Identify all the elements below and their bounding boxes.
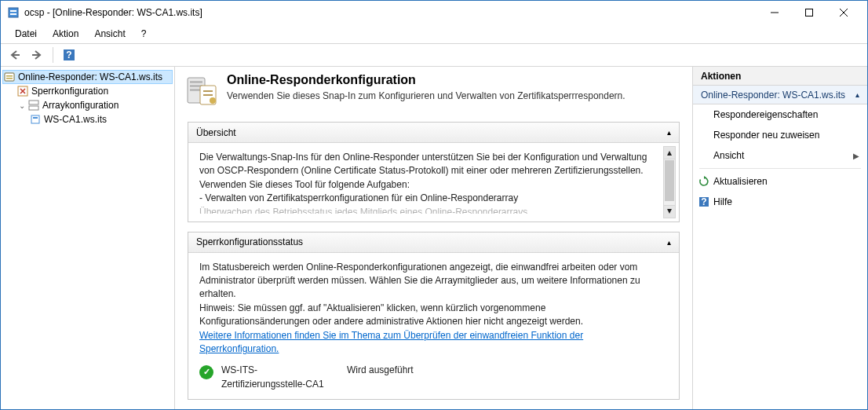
revocation-text-1: Im Statusbereich werden Online-Responder… bbox=[199, 261, 657, 302]
help-icon: ? bbox=[698, 196, 710, 208]
action-view-submenu[interactable]: Ansicht ▶ bbox=[693, 145, 867, 166]
overview-panel-body: Die Verwaltungs-Snap-Ins für den Online-… bbox=[188, 143, 679, 221]
center-pane: Online-Responderkonfiguration Verwenden … bbox=[175, 67, 693, 409]
window-title: ocsp - [Online-Responder: WS-CA1.ws.its] bbox=[24, 7, 757, 18]
window-titlebar: ocsp - [Online-Responder: WS-CA1.ws.its] bbox=[1, 1, 867, 24]
minimize-button[interactable] bbox=[757, 2, 792, 24]
responder-large-icon bbox=[184, 73, 219, 108]
toolbar-separator bbox=[53, 47, 53, 63]
collapse-icon: ▴ bbox=[667, 128, 671, 137]
overview-panel: Übersicht ▴ Die Verwaltungs-Snap-Ins für… bbox=[188, 122, 680, 222]
action-label: Ansicht bbox=[713, 150, 744, 161]
revocation-title: Sperrkonfigurationsstatus bbox=[196, 236, 303, 247]
svg-rect-17 bbox=[31, 115, 39, 123]
help-toolbar-button[interactable]: ? bbox=[60, 46, 78, 64]
responder-icon bbox=[3, 71, 16, 83]
scroll-down-icon[interactable]: ▾ bbox=[664, 205, 675, 218]
tree-array-member[interactable]: WS-CA1.ws.its bbox=[2, 112, 173, 126]
revocation-status-panel: Sperrkonfigurationsstatus ▴ Im Statusber… bbox=[188, 232, 680, 401]
svg-rect-0 bbox=[9, 8, 18, 17]
revocation-config-icon bbox=[16, 85, 29, 97]
svg-rect-13 bbox=[6, 78, 13, 79]
action-refresh[interactable]: Aktualisieren bbox=[693, 171, 867, 192]
svg-rect-24 bbox=[203, 90, 213, 92]
center-title: Online-Responderkonfiguration bbox=[227, 73, 625, 87]
status-ok-icon: ✓ bbox=[199, 365, 213, 379]
collapse-icon: ▴ bbox=[667, 238, 671, 247]
overview-text-1: Die Verwaltungs-Snap-Ins für den Online-… bbox=[199, 151, 657, 178]
close-button[interactable] bbox=[826, 2, 861, 24]
menu-action[interactable]: Aktion bbox=[46, 27, 85, 41]
svg-rect-20 bbox=[190, 81, 202, 83]
tree-sperrkonfiguration[interactable]: Sperrkonfiguration bbox=[2, 84, 173, 98]
menu-bar: Datei Aktion Ansicht ? bbox=[1, 24, 867, 43]
tree-sperrkonfiguration-label: Sperrkonfiguration bbox=[31, 86, 108, 97]
center-header: Online-Responderkonfiguration Verwenden … bbox=[180, 68, 687, 117]
tree-root[interactable]: Online-Responder: WS-CA1.ws.its bbox=[2, 70, 173, 84]
scroll-thumb[interactable] bbox=[665, 160, 674, 201]
svg-rect-1 bbox=[10, 10, 16, 12]
actions-pane: Aktionen Online-Responder: WS-CA1.ws.its… bbox=[693, 67, 867, 409]
nav-back-button[interactable] bbox=[5, 46, 24, 64]
actions-header-label: Aktionen bbox=[701, 71, 741, 82]
center-subtitle: Verwenden Sie dieses Snap-In zum Konfigu… bbox=[227, 90, 625, 101]
overview-panel-header[interactable]: Übersicht ▴ bbox=[188, 123, 679, 143]
action-responder-reassign[interactable]: Responder neu zuweisen bbox=[693, 125, 867, 145]
revocation-status-row[interactable]: ✓ WS-ITS-Zertifizierungsstelle-CA1 Wird … bbox=[199, 364, 657, 391]
array-config-icon bbox=[27, 99, 40, 112]
maximize-button[interactable] bbox=[792, 2, 826, 24]
action-responder-properties[interactable]: Respondereigenschaften bbox=[693, 104, 867, 125]
nav-forward-button[interactable] bbox=[27, 46, 46, 64]
svg-point-26 bbox=[210, 97, 216, 104]
submenu-arrow-icon: ▶ bbox=[853, 152, 859, 160]
action-label: Respondereigenschaften bbox=[713, 109, 818, 120]
actions-context-label: Online-Responder: WS-CA1.ws.its bbox=[701, 90, 845, 101]
status-entry-state: Wird ausgeführt bbox=[347, 364, 414, 377]
action-label: Hilfe bbox=[713, 196, 732, 207]
tree-array-member-label: WS-CA1.ws.its bbox=[44, 114, 107, 125]
svg-rect-2 bbox=[10, 13, 16, 15]
svg-rect-12 bbox=[6, 75, 13, 77]
tree-pane: Online-Responder: WS-CA1.ws.its Sperrkon… bbox=[1, 67, 175, 409]
server-icon bbox=[29, 113, 42, 126]
tree-expand-icon[interactable]: ⌄ bbox=[16, 101, 27, 110]
tree-root-label: Online-Responder: WS-CA1.ws.its bbox=[18, 71, 162, 82]
menu-view[interactable]: Ansicht bbox=[88, 27, 131, 41]
svg-rect-18 bbox=[33, 117, 38, 119]
actions-header: Aktionen bbox=[693, 67, 867, 86]
overview-bullet-1: - Verwalten von Zertifikatsperrkonfigura… bbox=[199, 192, 657, 205]
overview-scrollbar[interactable]: ▴ ▾ bbox=[663, 146, 676, 218]
toolbar: ? bbox=[1, 43, 867, 67]
svg-rect-4 bbox=[806, 9, 813, 16]
revocation-panel-body: Im Statusbereich werden Online-Responder… bbox=[188, 253, 679, 400]
menu-file[interactable]: Datei bbox=[9, 27, 43, 41]
status-entry-name: WS-ITS-Zertifizierungsstelle-CA1 bbox=[221, 364, 339, 391]
svg-rect-16 bbox=[29, 106, 38, 110]
svg-rect-25 bbox=[203, 94, 213, 96]
action-label: Aktualisieren bbox=[713, 176, 768, 187]
action-help[interactable]: ? Hilfe bbox=[693, 192, 867, 212]
refresh-icon bbox=[698, 175, 710, 188]
tree-arraykonfiguration[interactable]: ⌄ Arraykonfiguration bbox=[2, 98, 173, 112]
scroll-up-icon[interactable]: ▴ bbox=[664, 147, 675, 159]
overview-title: Übersicht bbox=[196, 127, 236, 138]
svg-rect-15 bbox=[29, 101, 38, 104]
revocation-help-link[interactable]: Weitere Informationen finden Sie im Them… bbox=[199, 330, 583, 354]
actions-separator bbox=[699, 168, 861, 169]
svg-text:?: ? bbox=[701, 196, 706, 207]
app-icon bbox=[7, 6, 20, 19]
svg-rect-11 bbox=[5, 73, 14, 81]
menu-help[interactable]: ? bbox=[135, 27, 153, 41]
actions-context-header[interactable]: Online-Responder: WS-CA1.ws.its ▴ bbox=[693, 86, 867, 104]
tree-arraykonfiguration-label: Arraykonfiguration bbox=[42, 100, 119, 111]
overview-bullet-2-cut: Überwachen des Betriebsstatus jedes Mitg… bbox=[199, 206, 657, 214]
svg-text:?: ? bbox=[66, 49, 71, 60]
action-label: Responder neu zuweisen bbox=[713, 130, 819, 141]
revocation-panel-header[interactable]: Sperrkonfigurationsstatus ▴ bbox=[188, 232, 679, 253]
revocation-text-2: Hinweis: Sie müssen ggf. auf "Aktualisie… bbox=[199, 302, 657, 329]
collapse-icon: ▴ bbox=[855, 90, 859, 99]
overview-text-2: Verwenden Sie dieses Tool für folgende A… bbox=[199, 178, 657, 192]
